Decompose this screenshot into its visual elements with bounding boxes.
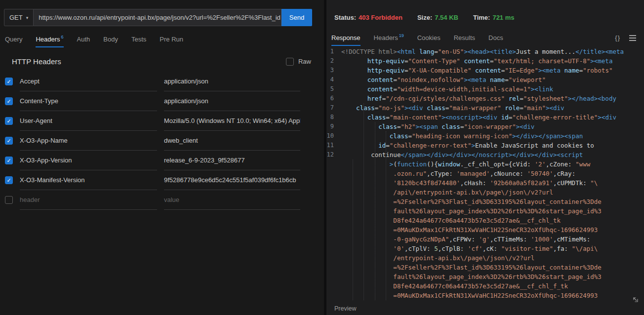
header-value-field[interactable]: release_6-9-2023_9f528677 [164,151,300,170]
header-name-field[interactable]: X-O3-Manifest-Version [20,170,157,190]
header-name-placeholder: header [20,196,40,203]
header-row-checkbox[interactable] [5,97,13,105]
tab-response[interactable]: Response [331,30,361,46]
tab-label: Pre Run [160,36,183,43]
line-number: 3 [326,66,341,75]
header-value: 9f5286778e9ce6d5c24c551f5af039df6fc1b6cb [164,176,296,184]
headers-section-head: HTTP Headers Raw [0,47,324,70]
resize-handle-icon[interactable] [632,296,639,305]
code-line: fault%26layout_page_index%3D2%26rtb%3D%2… [326,272,644,281]
line-number: 1 [326,47,341,56]
header-value-field[interactable]: Mozilla/5.0 (Windows NT 10.0; Win64; x64… [164,111,300,131]
code-line: 2 http-equiv="Content-Type" content="tex… [326,56,644,66]
header-row-checkbox[interactable] [5,117,13,125]
tab-cookies[interactable]: Cookies [417,30,441,46]
url-text: https://www.ozon.ru/api/entrypoint-api.b… [39,14,281,21]
time-label: Time: [473,14,490,21]
header-row-checkbox[interactable] [5,157,13,164]
header-value-field[interactable]: 9f5286778e9ce6d5c24c551f5af039df6fc1b6cb [164,170,300,190]
tab-headers[interactable]: Headers6 [36,31,63,47]
header-row: Content-Typeapplication/json [0,91,324,111]
header-value-field[interactable]: application/json [164,72,300,91]
response-body-editor[interactable]: 1<!DOCTYPE html><html lang="en-US"><head… [326,46,644,303]
send-button[interactable]: Send [282,9,312,26]
raw-checkbox[interactable] [286,58,294,66]
header-row-checkbox[interactable] [5,137,13,145]
line-number [326,253,341,263]
header-name-field[interactable]: X-O3-App-Version [20,151,157,170]
status-metric: Status:403 Forbidden [334,14,402,21]
header-value: dweb_client [164,137,198,144]
line-number: 9 [326,122,341,131]
code-text: /api\/entrypoint-api.bx\/page\/json\/v2?… [341,188,553,197]
format-json-icon[interactable]: {} [615,34,620,41]
header-row-checkbox[interactable] [5,176,13,184]
tab-docs[interactable]: Docs [488,30,503,46]
tab-body[interactable]: Body [103,31,118,47]
time-metric: Time:721 ms [473,14,515,21]
header-name-field[interactable]: X-O3-App-Name [20,131,157,151]
tab-tests[interactable]: Tests [131,31,146,47]
menu-icon[interactable] [629,35,636,41]
code-line: 8 class="main-content"><noscript><div id… [326,113,644,122]
line-number [326,225,341,235]
tab-pre-run[interactable]: Pre Run [160,31,183,47]
url-input[interactable]: https://www.ozon.ru/api/entrypoint-api.b… [34,9,282,26]
line-number: 6 [326,94,341,103]
line-number [326,272,341,281]
code-line: '0',cTplV: 5,cTplB: 'cf',cK: "visitor-ti… [326,244,644,253]
header-row-checkbox[interactable] [5,196,13,204]
request-tabs: QueryHeaders6AuthBodyTestsPre Run [0,31,324,47]
header-row: User-AgentMozilla/5.0 (Windows NT 10.0; … [0,111,324,131]
header-value-field[interactable]: dweb_client [164,131,300,151]
tab-results[interactable]: Results [454,30,475,46]
header-name-field[interactable]: header [20,190,157,210]
code-text: D8fe424a64677c06a4473b57e3c5d27ae&__cf_c… [341,216,561,225]
header-name-field[interactable]: Accept [20,72,157,91]
code-line: =0MAuKDxMax1CFkRtN31XwVaHC1H22SneCR32oXf… [326,225,644,235]
header-name-field[interactable]: User-Agent [20,111,157,131]
header-value-field[interactable]: application/json [164,91,300,111]
tab-label: Headers [374,34,398,41]
line-number: 4 [326,75,341,84]
header-value-field[interactable]: value [164,190,300,210]
code-text: =0MAuKDxMax1CFkRtN31XwVaHC1H22SneCR32oXf… [341,291,598,300]
code-text: content="noindex,nofollow"><meta name="v… [341,75,546,84]
header-name: X-O3-App-Version [20,157,72,164]
raw-toggle[interactable]: Raw [286,58,311,66]
header-name-field[interactable]: Content-Type [20,91,157,111]
tab-headers[interactable]: Headers19 [374,30,404,46]
line-number: 8 [326,113,341,122]
code-text: http-equiv="X-UA-Compatible" content="IE… [341,66,612,75]
code-text: continue</span></div></div></noscript></… [341,150,583,159]
code-line: /api\/entrypoint-api.bx\/page\/json\/v2?… [326,188,644,197]
code-line: 10 class="heading-icon warning-icon"></d… [326,131,644,141]
code-text: =%2Fseller%2F%3Flast_id%3D633195%26layou… [341,197,602,206]
tab-auth[interactable]: Auth [77,31,90,47]
tab-label: Results [454,34,475,41]
tab-label: Response [331,34,361,41]
time-value: 721 ms [492,14,514,21]
method-select[interactable]: GET ▾ [4,9,34,26]
code-line: -0-gaNycGzNDpA",cFPWv: 'g',cTTimeMs: '10… [326,235,644,244]
line-number [326,159,341,169]
line-number: 11 [326,141,341,150]
code-line: 6 href="/cdn-cgi/styles/challenges.css" … [326,94,644,103]
status-value: 403 Forbidden [359,14,402,21]
code-text: <!DOCTYPE html><html lang="en-US"><head>… [341,47,624,56]
header-row: X-O3-Manifest-Version9f5286778e9ce6d5c24… [0,170,324,190]
code-line: 1<!DOCTYPE html><html lang="en-US"><head… [326,47,644,56]
preview-link[interactable]: Preview [334,305,356,312]
header-row-checkbox[interactable] [5,78,13,85]
code-text: D8fe424a64677c06a4473b57e3c5d27ae&__cf_c… [341,281,568,291]
tab-query[interactable]: Query [5,31,22,47]
line-number [326,291,341,300]
method-label: GET [9,14,23,21]
tab-label: Auth [77,36,90,43]
tab-label: Query [5,36,22,43]
line-number [326,244,341,253]
code-line: D8fe424a64677c06a4473b57e3c5d27ae&__cf_c… [326,216,644,225]
code-line: 7 class="no-js"><div class="main-wrapper… [326,103,644,113]
header-name: Accept [20,78,40,85]
header-row: X-O3-App-Versionrelease_6-9-2023_9f52867… [0,151,324,170]
